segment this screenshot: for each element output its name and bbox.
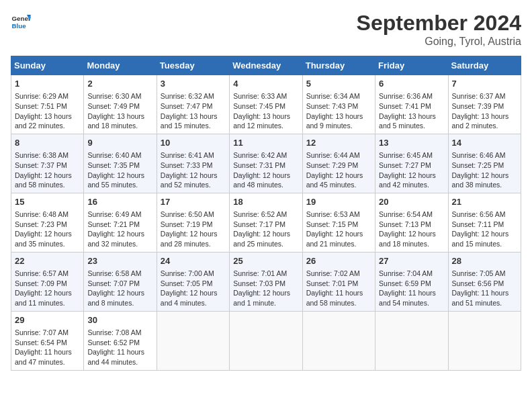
day-info: Sunrise: 7:08 AM — [87, 328, 152, 338]
day-info: Daylight: 13 hours — [452, 111, 517, 122]
day-info: Sunset: 7:45 PM — [233, 101, 298, 111]
calendar-day-cell: 1Sunrise: 6:29 AMSunset: 7:51 PMDaylight… — [11, 75, 84, 134]
day-info: Sunset: 7:03 PM — [233, 279, 298, 289]
logo: General Blue — [11, 11, 31, 31]
calendar-day-cell: 2Sunrise: 6:30 AMSunset: 7:49 PMDaylight… — [84, 75, 157, 134]
day-number: 24 — [161, 255, 226, 267]
day-number: 30 — [87, 314, 152, 326]
calendar-week-row: 22Sunrise: 6:57 AMSunset: 7:09 PMDayligh… — [11, 252, 521, 311]
day-info: Sunset: 7:13 PM — [379, 220, 444, 230]
calendar-day-cell — [230, 311, 302, 370]
day-number: 28 — [452, 255, 517, 267]
day-info: Daylight: 12 hours — [15, 229, 80, 239]
calendar-day-cell: 9Sunrise: 6:40 AMSunset: 7:35 PMDaylight… — [84, 134, 157, 193]
day-number: 18 — [233, 196, 298, 208]
calendar-week-row: 8Sunrise: 6:38 AMSunset: 7:37 PMDaylight… — [11, 134, 521, 193]
day-info: Sunset: 7:31 PM — [233, 161, 298, 171]
day-info: and 44 minutes. — [87, 357, 152, 367]
day-number: 25 — [233, 255, 298, 267]
calendar-day-cell: 20Sunrise: 6:54 AMSunset: 7:13 PMDayligh… — [375, 193, 448, 252]
calendar-week-row: 15Sunrise: 6:48 AMSunset: 7:23 PMDayligh… — [11, 193, 521, 252]
calendar-day-cell: 3Sunrise: 6:32 AMSunset: 7:47 PMDaylight… — [157, 75, 229, 134]
day-info: Sunset: 7:19 PM — [161, 220, 226, 230]
calendar-day-cell: 29Sunrise: 7:07 AMSunset: 6:54 PMDayligh… — [11, 311, 84, 370]
day-info: Sunset: 7:37 PM — [15, 161, 80, 171]
day-info: and 32 minutes. — [87, 239, 152, 249]
day-info: and 1 minute. — [233, 298, 298, 308]
day-number: 6 — [379, 78, 444, 90]
day-info: Sunset: 7:15 PM — [306, 220, 371, 230]
day-info: Daylight: 12 hours — [233, 229, 298, 239]
day-info: Sunset: 7:27 PM — [379, 161, 444, 171]
day-info: Daylight: 12 hours — [379, 229, 444, 239]
weekday-header: Sunday — [11, 56, 84, 75]
day-info: Daylight: 13 hours — [161, 111, 226, 122]
day-info: Sunrise: 6:54 AM — [379, 210, 444, 220]
day-info: Daylight: 11 hours — [87, 347, 152, 357]
day-info: Sunrise: 6:42 AM — [233, 150, 298, 161]
calendar-day-cell — [302, 311, 375, 370]
day-info: Sunset: 7:39 PM — [452, 101, 517, 111]
day-number: 21 — [452, 196, 517, 208]
day-info: Daylight: 12 hours — [233, 288, 298, 298]
day-number: 7 — [452, 78, 517, 90]
calendar-day-cell: 24Sunrise: 7:00 AMSunset: 7:05 PMDayligh… — [157, 252, 229, 311]
weekday-header: Thursday — [302, 56, 375, 75]
day-info: Daylight: 12 hours — [87, 229, 152, 239]
calendar-day-cell: 23Sunrise: 6:58 AMSunset: 7:07 PMDayligh… — [84, 252, 157, 311]
day-info: and 15 minutes. — [452, 239, 517, 249]
day-number: 8 — [15, 137, 80, 149]
day-info: Daylight: 12 hours — [452, 171, 517, 181]
day-number: 13 — [379, 137, 444, 149]
day-info: Sunset: 7:43 PM — [306, 101, 371, 111]
day-info: and 28 minutes. — [161, 239, 226, 249]
day-info: Sunset: 7:21 PM — [87, 220, 152, 230]
day-info: and 42 minutes. — [379, 180, 444, 190]
day-number: 5 — [306, 78, 371, 90]
calendar-day-cell: 18Sunrise: 6:52 AMSunset: 7:17 PMDayligh… — [230, 193, 302, 252]
day-info: Sunset: 7:29 PM — [306, 161, 371, 171]
logo-icon: General Blue — [11, 11, 31, 31]
day-info: Sunrise: 6:40 AM — [87, 150, 152, 161]
month-title: September 2024 — [357, 11, 521, 36]
calendar-day-cell: 27Sunrise: 7:04 AMSunset: 6:59 PMDayligh… — [375, 252, 448, 311]
day-number: 26 — [306, 255, 371, 267]
day-info: Sunset: 7:05 PM — [161, 279, 226, 289]
calendar-day-cell: 25Sunrise: 7:01 AMSunset: 7:03 PMDayligh… — [230, 252, 302, 311]
calendar-day-cell: 17Sunrise: 6:50 AMSunset: 7:19 PMDayligh… — [157, 193, 229, 252]
day-number: 15 — [15, 196, 80, 208]
day-info: Daylight: 12 hours — [233, 171, 298, 181]
day-info: Sunset: 7:33 PM — [161, 161, 226, 171]
page-header: General Blue September 2024 Going, Tyrol… — [11, 11, 521, 48]
day-info: Sunset: 7:23 PM — [15, 220, 80, 230]
day-info: Daylight: 12 hours — [161, 171, 226, 181]
day-info: and 55 minutes. — [87, 180, 152, 190]
day-info: Sunrise: 6:44 AM — [306, 150, 371, 161]
day-info: and 5 minutes. — [379, 121, 444, 131]
day-info: Sunrise: 6:38 AM — [15, 150, 80, 161]
day-info: and 4 minutes. — [161, 298, 226, 308]
weekday-header: Friday — [375, 56, 448, 75]
calendar-table: SundayMondayTuesdayWednesdayThursdayFrid… — [11, 56, 521, 371]
day-info: Sunset: 7:25 PM — [452, 161, 517, 171]
day-info: Sunrise: 6:56 AM — [452, 210, 517, 220]
weekday-header: Saturday — [448, 56, 521, 75]
day-info: Sunrise: 6:32 AM — [161, 91, 226, 101]
day-info: Sunrise: 6:29 AM — [15, 91, 80, 101]
day-number: 11 — [233, 137, 298, 149]
calendar-day-cell: 22Sunrise: 6:57 AMSunset: 7:09 PMDayligh… — [11, 252, 84, 311]
day-info: Sunrise: 6:46 AM — [452, 150, 517, 161]
day-info: Daylight: 13 hours — [379, 111, 444, 122]
calendar-day-cell — [157, 311, 229, 370]
day-info: and 38 minutes. — [452, 180, 517, 190]
day-info: and 51 minutes. — [452, 298, 517, 308]
day-info: and 48 minutes. — [233, 180, 298, 190]
weekday-header: Monday — [84, 56, 157, 75]
day-info: Sunset: 6:52 PM — [87, 338, 152, 348]
day-info: Sunrise: 6:41 AM — [161, 150, 226, 161]
title-block: September 2024 Going, Tyrol, Austria — [357, 11, 521, 48]
calendar-day-cell: 30Sunrise: 7:08 AMSunset: 6:52 PMDayligh… — [84, 311, 157, 370]
calendar-day-cell: 6Sunrise: 6:36 AMSunset: 7:41 PMDaylight… — [375, 75, 448, 134]
day-number: 3 — [161, 78, 226, 90]
day-info: and 2 minutes. — [452, 121, 517, 131]
